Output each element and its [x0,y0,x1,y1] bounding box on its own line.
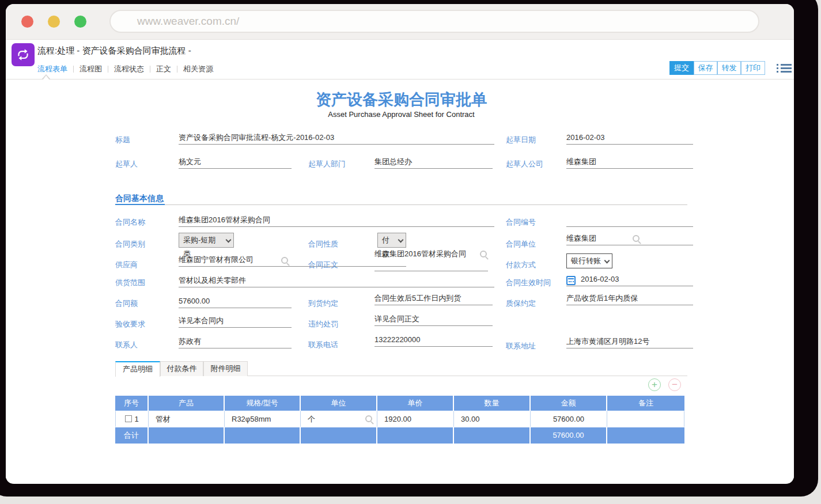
field-value-draft-date[interactable]: 2016-02-03 [566,133,693,145]
nav-separator [73,66,74,73]
field-value-contract-amount[interactable]: 57600.00 [179,297,292,308]
col-header-spec: 规格/型号 [225,396,301,411]
field-label-contact-person: 联系人 [115,340,138,350]
total-label: 合计 [115,427,149,444]
page-title: 资产设备采购合同审批单 [115,89,687,110]
field-value-warranty-terms[interactable]: 产品收货后1年内质保 [566,294,693,305]
detail-tab-strip: 产品明细 付款条件 附件明细 [115,361,687,376]
tab-product-detail[interactable]: 产品明细 [115,361,160,377]
field-label-effective-date: 合同生效时间 [506,278,551,288]
chevron-down-icon [604,258,610,264]
total-amount: 57600.00 [531,427,607,444]
nav-tab-status[interactable]: 流程状态 [114,64,144,74]
browser-window: www.weaver.com.cn/ 流程:处理 - 资产设备采购合同审批流程 … [6,4,794,484]
field-value-contact-person[interactable]: 苏政有 [179,337,292,348]
table-header-row: 序号 产品 规格/型号 单位 单价 数量 金额 备注 [115,396,684,411]
tab-attachment-detail[interactable]: 附件明细 [203,361,248,376]
cell-product[interactable]: 管材 [149,411,225,427]
field-value-contact-phone[interactable]: 13222220000 [374,335,493,347]
col-header-amount: 金额 [531,396,607,411]
payment-method-select[interactable]: 银行转账 [566,253,612,268]
field-value-drafter-dept[interactable]: 集团总经办 [374,157,493,169]
field-label-acceptance-req: 验收要求 [115,319,145,329]
field-value-contract-text[interactable]: 维森集团2016管材采购合同 [374,249,488,271]
contract-type-select[interactable]: 采购-短期类 [179,233,234,248]
field-label-breach-penalty: 违约处罚 [308,319,338,329]
total-empty [149,427,225,444]
product-table: 序号 产品 规格/型号 单位 单价 数量 金额 备注 1 管材 R32φ58mm… [115,396,684,444]
field-label-supply-scope: 供货范围 [115,278,145,288]
field-label-drafter-dept: 起草人部门 [308,159,346,169]
field-label-contact-address: 联系地址 [506,341,536,351]
nav-tab-resources[interactable]: 相关资源 [183,64,213,74]
field-value-acceptance-req[interactable]: 详见本合同内 [179,316,292,328]
cycle-arrows-icon [16,47,31,62]
field-label-payment-method: 付款方式 [506,260,536,270]
total-empty [301,427,377,444]
contract-nature-select[interactable]: 付款 [377,233,406,248]
supplier-search-icon[interactable] [281,257,288,264]
menu-list-icon[interactable] [777,64,792,73]
maximize-window-button[interactable] [74,16,86,28]
field-label-title: 标题 [115,135,130,145]
table-total-row: 合计 57600.00 [115,427,684,444]
field-value-supply-scope[interactable]: 管材以及相关零部件 [179,276,494,287]
contract-unit-search-icon[interactable] [633,235,640,242]
field-value-contract-no[interactable] [566,215,693,227]
field-value-supplier[interactable]: 维森固宁管材有限公司 [179,255,406,267]
field-value-contact-address[interactable]: 上海市黄浦区月明路12号 [566,337,693,348]
field-value-contract-unit[interactable]: 维森集团 [566,234,693,245]
field-value-contract-name[interactable]: 维森集团2016管材采购合同 [179,215,494,227]
table-row: 1 管材 R32φ58mm 个 1920.00 30.00 57600.00 [115,411,684,427]
field-value-effective-date[interactable]: 2016-02-03 [566,275,693,286]
nav-tab-body[interactable]: 正文 [156,64,171,74]
total-empty [225,427,301,444]
active-tab-notch-inner [43,75,50,80]
workflow-app-icon [12,43,35,66]
col-header-note: 备注 [607,396,684,411]
unit-value: 个 [308,415,315,423]
field-label-supplier: 供应商 [115,260,138,270]
field-label-contract-unit: 合同单位 [506,239,536,249]
field-value-delivery-terms[interactable]: 合同生效后5工作日内到货 [374,294,493,305]
total-empty [454,427,531,444]
contract-text-search-icon[interactable] [480,251,487,257]
cell-unit-price[interactable]: 1920.00 [377,411,454,427]
nav-tab-form[interactable]: 流程表单 [37,64,67,74]
field-label-contact-phone: 联系电话 [308,340,338,350]
forward-button[interactable]: 转发 [717,61,741,75]
row-checkbox[interactable] [125,415,132,422]
col-header-price: 单价 [377,396,454,411]
cell-quantity[interactable]: 30.00 [454,411,531,427]
close-window-button[interactable] [21,16,33,28]
browser-chrome: www.weaver.com.cn/ [6,4,794,40]
print-button[interactable]: 打印 [741,61,765,75]
col-header-no: 序号 [115,396,149,411]
field-value-title[interactable]: 资产设备采购合同审批流程-杨文元-2016-02-03 [179,133,494,145]
field-value-drafter[interactable]: 杨文元 [179,157,292,169]
unit-search-icon[interactable] [365,415,372,422]
total-empty [607,427,684,444]
cell-note[interactable] [607,411,684,427]
cell-unit[interactable]: 个 [301,411,377,427]
tab-payment-terms[interactable]: 付款条件 [160,361,203,376]
col-header-unit: 单位 [301,396,377,411]
delete-row-button[interactable]: − [668,378,681,391]
field-label-contract-text: 合同正文 [308,260,338,270]
nav-separator [177,66,177,73]
cell-spec[interactable]: R32φ58mm [225,411,301,427]
address-bar[interactable]: www.weaver.com.cn/ [109,10,759,33]
nav-tab-flowchart[interactable]: 流程图 [80,64,102,74]
submit-button[interactable]: 提交 [669,61,694,75]
field-label-contract-type: 合同类别 [115,239,145,249]
section-divider-accent [115,204,165,205]
field-value-breach-penalty[interactable]: 详见合同正文 [374,314,493,326]
field-label-draft-date: 起草日期 [506,135,536,145]
field-label-contract-nature: 合同性质 [308,239,338,249]
minimize-window-button[interactable] [48,16,60,28]
field-value-drafter-company[interactable]: 维森集团 [566,157,693,169]
save-button[interactable]: 保存 [694,61,717,75]
add-row-button[interactable]: + [648,378,661,391]
nav-separator [150,66,150,73]
page-content: 流程:处理 - 资产设备采购合同审批流程 - 流程表单 流程图 流程状态 正文 … [6,40,794,483]
